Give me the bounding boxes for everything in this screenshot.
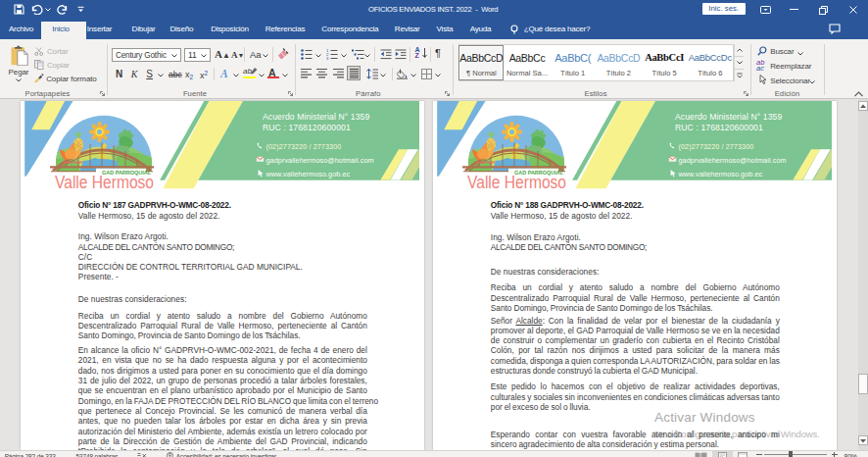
svg-text:www.vallehermoso.gob.ec: www.vallehermoso.gob.ec <box>265 170 351 178</box>
svg-text:(02)2773220 / 2773300: (02)2773220 / 2773300 <box>679 142 754 151</box>
svg-text:Acuerdo Ministerial N° 1359: Acuerdo Ministerial N° 1359 <box>263 112 369 122</box>
svg-text:www.vallehermoso.gob.ec: www.vallehermoso.gob.ec <box>678 170 763 178</box>
svg-text:3: 3 <box>326 56 329 60</box>
svg-text:RUC : 1768120600001: RUC : 1768120600001 <box>263 123 351 132</box>
svg-text:gadprvallehermoso@hotmail.com: gadprvallehermoso@hotmail.com <box>266 156 374 165</box>
svg-text:gadprvallehermoso@hotmail.com: gadprvallehermoso@hotmail.com <box>679 156 787 165</box>
svg-text:RUC : 1768120600001: RUC : 1768120600001 <box>675 123 763 132</box>
svg-text:(02)2773220 / 2773300: (02)2773220 / 2773300 <box>266 142 342 151</box>
svg-text:Acuerdo Ministerial N° 1359: Acuerdo Ministerial N° 1359 <box>675 112 782 122</box>
svg-text:Valle Hermoso: Valle Hermoso <box>55 173 154 192</box>
svg-text:Valle Hermoso: Valle Hermoso <box>467 173 566 192</box>
